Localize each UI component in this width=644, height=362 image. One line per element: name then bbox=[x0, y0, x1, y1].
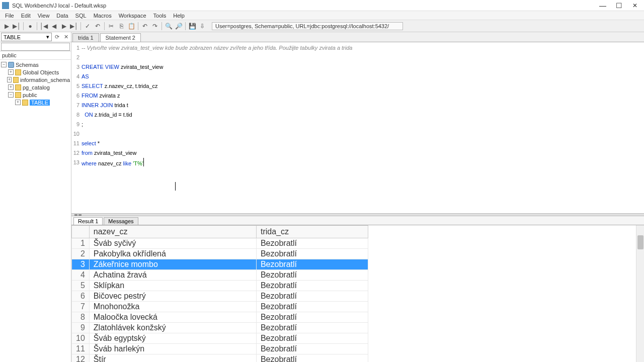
cell[interactable]: Bezobratlí bbox=[256, 302, 368, 312]
column-header[interactable]: trida_cz bbox=[256, 226, 368, 238]
cell[interactable]: Bezobratlí bbox=[256, 333, 368, 344]
cell[interactable]: Mnohonožka bbox=[89, 302, 256, 312]
paste-icon[interactable]: 📋 bbox=[127, 22, 136, 31]
menu-item-sql[interactable]: SQL bbox=[72, 12, 90, 20]
table-row[interactable]: 9Zlatohlávek konžskýBezobratlí bbox=[72, 323, 368, 333]
code-area[interactable]: -- Vytvořte view zvirata_test_view kde b… bbox=[82, 42, 644, 213]
tree-node-pg_catalog[interactable]: +pg_catalog bbox=[1, 83, 70, 91]
tree-node-table[interactable]: +TABLE bbox=[1, 99, 70, 106]
cell[interactable]: Bezobratlí bbox=[256, 354, 368, 363]
cell[interactable]: Bezobratlí bbox=[256, 291, 368, 302]
code-line[interactable]: CREATE VIEW zvirata_test_view bbox=[82, 62, 644, 72]
menu-item-help[interactable]: Help bbox=[170, 12, 188, 20]
undo-icon[interactable]: ↶ bbox=[140, 22, 149, 31]
result-tab[interactable]: Result 1 bbox=[73, 217, 103, 225]
result-tab[interactable]: Messages bbox=[104, 217, 138, 225]
code-line[interactable]: select * bbox=[82, 139, 644, 148]
cell[interactable]: Bezobratlí bbox=[256, 238, 368, 249]
cell[interactable]: Bezobratlí bbox=[256, 281, 368, 291]
table-row[interactable]: 5SklípkanBezobratlí bbox=[72, 281, 368, 291]
table-row[interactable]: 12ŠtírBezobratlí bbox=[72, 354, 368, 363]
menu-item-workspace[interactable]: Workspace bbox=[116, 12, 149, 20]
menu-item-file[interactable]: File bbox=[2, 12, 17, 20]
tree-node-schemas[interactable]: −Schemas bbox=[1, 61, 70, 68]
first-icon[interactable]: │◀ bbox=[39, 22, 48, 31]
cell[interactable]: Bičovec pestrý bbox=[89, 291, 256, 302]
tree-toggle-icon[interactable]: − bbox=[8, 92, 14, 98]
tree-node-global-objects[interactable]: +Global Objects bbox=[1, 68, 70, 76]
menu-item-macros[interactable]: Macros bbox=[91, 12, 115, 20]
tree-node-public[interactable]: −public bbox=[1, 91, 70, 99]
redo-icon[interactable]: ↷ bbox=[150, 22, 159, 31]
scrollbar-thumb[interactable] bbox=[637, 235, 643, 249]
cell[interactable]: Achatina žravá bbox=[89, 270, 256, 281]
code-line[interactable]: AS bbox=[82, 72, 644, 81]
cut-icon[interactable]: ✂ bbox=[107, 22, 116, 31]
editor-tab[interactable]: trida 1 bbox=[72, 33, 99, 42]
menu-item-data[interactable]: Data bbox=[53, 12, 71, 20]
vertical-scrollbar[interactable] bbox=[636, 225, 644, 362]
run-next-icon[interactable]: ▶│ bbox=[12, 22, 21, 31]
code-line[interactable]: ON z.trida_id = t.tid bbox=[82, 110, 644, 120]
next-icon[interactable]: ▶ bbox=[59, 22, 68, 31]
code-line[interactable] bbox=[82, 53, 644, 62]
cell[interactable]: Bezobratlí bbox=[256, 312, 368, 323]
table-row[interactable]: 10Šváb egyptskýBezobratlí bbox=[72, 333, 368, 344]
menu-item-edit[interactable]: Edit bbox=[18, 12, 34, 20]
save-icon[interactable]: 💾 bbox=[188, 22, 197, 31]
cell[interactable]: Bezobratlí bbox=[256, 270, 368, 281]
commit-icon[interactable]: ✓ bbox=[83, 22, 92, 31]
last-icon[interactable]: ▶│ bbox=[69, 22, 78, 31]
object-type-combo[interactable]: TABLE ▾ bbox=[1, 33, 52, 41]
cell[interactable]: Šváb harlekýn bbox=[89, 344, 256, 354]
code-line[interactable]: INNER JOIN trida t bbox=[82, 101, 644, 110]
cell[interactable]: Bezobratlí bbox=[256, 344, 368, 354]
table-row[interactable]: 7MnohonožkaBezobratlí bbox=[72, 302, 368, 312]
minimize-button[interactable]: — bbox=[596, 1, 610, 10]
code-line[interactable]: SELECT z.nazev_cz, t.trida_cz bbox=[82, 81, 644, 91]
export-icon[interactable]: ⇩ bbox=[198, 22, 207, 31]
column-header[interactable]: nazev_cz bbox=[89, 226, 256, 238]
table-row[interactable]: 8Maloočka loveckáBezobratlí bbox=[72, 312, 368, 323]
cell[interactable]: Šváb egyptský bbox=[89, 333, 256, 344]
menu-item-tools[interactable]: Tools bbox=[150, 12, 170, 20]
tree-toggle-icon[interactable]: − bbox=[1, 62, 7, 67]
code-line[interactable]: ; bbox=[82, 120, 644, 129]
table-row[interactable]: 4Achatina žraváBezobratlí bbox=[72, 270, 368, 281]
replace-icon[interactable]: 🔎 bbox=[174, 22, 183, 31]
cell[interactable]: Zákeřnice mombo bbox=[89, 259, 256, 270]
close-panel-icon[interactable]: ✕ bbox=[62, 33, 70, 41]
table-row[interactable]: 2Pakobylka okřídlenáBezobratlí bbox=[72, 249, 368, 259]
maximize-button[interactable]: ☐ bbox=[612, 1, 626, 10]
sql-editor[interactable]: 12345678910111213 -- Vytvořte view zvira… bbox=[71, 42, 644, 213]
code-line[interactable]: from zvirata_test_view bbox=[82, 148, 644, 158]
copy-icon[interactable]: ⎘ bbox=[117, 22, 126, 31]
code-line[interactable] bbox=[82, 129, 644, 139]
find-icon[interactable]: 🔍 bbox=[164, 22, 173, 31]
tree-toggle-icon[interactable]: + bbox=[8, 84, 14, 90]
filter-input[interactable] bbox=[1, 43, 70, 51]
cell[interactable]: Šváb syčivý bbox=[89, 238, 256, 249]
refresh-icon[interactable]: ⟳ bbox=[53, 33, 61, 41]
cell[interactable]: Štír bbox=[89, 354, 256, 363]
cell[interactable]: Bezobratlí bbox=[256, 323, 368, 333]
tree-toggle-icon[interactable]: + bbox=[8, 69, 14, 75]
cell[interactable]: Bezobratlí bbox=[256, 249, 368, 259]
menu-item-view[interactable]: View bbox=[35, 12, 53, 20]
cell[interactable]: Pakobylka okřídlená bbox=[89, 249, 256, 259]
cell[interactable]: Maloočka lovecká bbox=[89, 312, 256, 323]
stop-icon[interactable]: ● bbox=[26, 22, 35, 31]
tree-toggle-icon[interactable]: + bbox=[15, 100, 21, 105]
tree-node-information_schema[interactable]: +information_schema bbox=[1, 76, 70, 83]
table-row[interactable]: 1Šváb syčivýBezobratlí bbox=[72, 238, 368, 249]
code-line[interactable]: -- Vytvořte view zvirata_test_view kde b… bbox=[82, 43, 644, 53]
prev-icon[interactable]: ◀ bbox=[49, 22, 58, 31]
editor-tab[interactable]: Statement 2 bbox=[100, 33, 141, 42]
code-line[interactable]: where nazev_cz like 'T%' bbox=[82, 158, 644, 168]
run-icon[interactable]: ▶ bbox=[2, 22, 11, 31]
tree-toggle-icon[interactable]: + bbox=[7, 77, 12, 82]
cell[interactable]: Bezobratlí bbox=[256, 259, 368, 270]
table-row[interactable]: 6Bičovec pestrýBezobratlí bbox=[72, 291, 368, 302]
rollback-icon[interactable]: ↶ bbox=[93, 22, 102, 31]
close-button[interactable]: ✕ bbox=[628, 1, 642, 10]
